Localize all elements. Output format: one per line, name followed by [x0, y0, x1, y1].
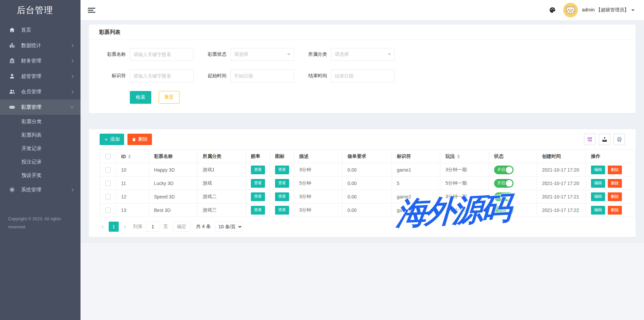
row-delete-button[interactable]: 删除: [608, 192, 622, 201]
view-odds-button[interactable]: 查看: [251, 179, 265, 188]
page-unit-label: 页: [163, 224, 168, 230]
cell-created: 2021-10-17 17:22: [537, 203, 586, 217]
cell-id: 13: [116, 203, 149, 217]
next-page-button[interactable]: ›: [122, 223, 128, 230]
table-row: 13 Best 3D 游戏三 查看 查看 3分钟 0.00 game3 3分钟一…: [100, 203, 635, 217]
cell-id: 10: [116, 163, 149, 177]
chevron-down-icon: [631, 9, 635, 11]
lottery-submenu: 彩票分类 彩票列表 开奖记录 投注记录 预设开奖: [0, 115, 80, 182]
goto-confirm-button[interactable]: 确定: [173, 222, 191, 232]
status-toggle[interactable]: 开启: [494, 206, 514, 215]
sidebar-menu: 首页 数据统计 财务管理 超管管理 会: [0, 22, 80, 197]
row-checkbox[interactable]: [105, 194, 111, 199]
sidebar-subitem-bet-records[interactable]: 投注记录: [0, 155, 80, 169]
row-checkbox[interactable]: [105, 208, 111, 213]
row-checkbox[interactable]: [105, 167, 111, 173]
content: 彩票列表 彩票名称 彩票状态 请选择 所属分类: [80, 20, 644, 242]
end-time-label: 结束时间: [300, 73, 327, 79]
sidebar-item-label: 系统管理: [21, 187, 71, 193]
sidebar-subitem-preset-draw[interactable]: 预设开奖: [0, 169, 80, 182]
delete-button[interactable]: 删除: [127, 134, 152, 145]
edit-button[interactable]: 编辑: [591, 206, 605, 215]
sidebar-item-finance[interactable]: 财务管理: [0, 53, 80, 68]
select-all-checkbox[interactable]: [105, 154, 111, 159]
col-odds: 赔率: [246, 150, 270, 163]
gamepad-icon: [9, 104, 15, 110]
cell-name: Happy 3D: [149, 163, 198, 177]
sidebar-item-statistics[interactable]: 数据统计: [0, 38, 80, 53]
filter-columns-button[interactable]: [584, 134, 595, 145]
col-name: 彩票名称: [149, 150, 198, 163]
reset-button[interactable]: 重置: [159, 91, 179, 104]
category-label: 所属分类: [300, 51, 327, 57]
search-button[interactable]: 检索: [130, 91, 151, 104]
sidebar-subitem-lottery-list[interactable]: 彩票列表: [0, 128, 80, 142]
columns-icon: [587, 137, 593, 142]
app-title: 后台管理: [0, 0, 80, 20]
view-icon-button[interactable]: 查看: [275, 192, 289, 201]
cell-desc: 5分钟: [294, 177, 342, 190]
identifier-input[interactable]: [130, 70, 194, 82]
cell-id: 11: [116, 177, 149, 190]
col-id[interactable]: ID: [116, 150, 149, 163]
end-date-input[interactable]: [331, 70, 395, 82]
export-button[interactable]: [599, 134, 610, 145]
lottery-name-input[interactable]: [130, 48, 194, 61]
view-odds-button[interactable]: 查看: [251, 206, 265, 215]
view-odds-button[interactable]: 查看: [251, 166, 265, 174]
status-toggle[interactable]: 开启: [494, 166, 514, 174]
sidebar-item-superadmin[interactable]: 超管管理: [0, 68, 80, 84]
cell-category: 游戏1: [198, 163, 246, 177]
status-toggle[interactable]: 开启: [494, 179, 514, 188]
avatar[interactable]: [563, 3, 578, 17]
status-toggle[interactable]: 开启: [494, 192, 514, 201]
cell-created: 2021-10-17 17:20: [537, 163, 586, 177]
sidebar-item-label: 数据统计: [21, 42, 71, 49]
print-button[interactable]: [613, 134, 625, 145]
view-icon-button[interactable]: 查看: [275, 206, 289, 215]
current-page[interactable]: 1: [109, 222, 119, 232]
cell-created: 2021-10-17 17:20: [537, 177, 586, 190]
start-date-input[interactable]: [230, 70, 294, 82]
sidebar-item-members[interactable]: 会员管理: [0, 84, 80, 99]
category-select[interactable]: 请选择: [331, 48, 395, 61]
col-play[interactable]: 玩法: [440, 150, 489, 163]
user-menu[interactable]: admin 【超级管理员】: [582, 7, 635, 13]
sidebar: 后台管理 首页 数据统计 财务管理 超管管理: [0, 0, 80, 320]
view-odds-button[interactable]: 查看: [251, 192, 265, 201]
table-row: 10 Happy 3D 游戏1 查看 查看 3分钟 0.00 game1 3分钟…: [100, 163, 635, 177]
page-size-select[interactable]: 10 条/页: [215, 222, 243, 232]
row-delete-button[interactable]: 删除: [608, 166, 622, 174]
goto-label: 到第: [133, 224, 143, 230]
edit-button[interactable]: 编辑: [591, 179, 605, 188]
collapse-sidebar-icon[interactable]: [88, 7, 96, 14]
chevron-right-icon: [70, 188, 74, 191]
sidebar-item-label: 超管管理: [21, 73, 71, 80]
username-text: admin 【超级管理员】: [582, 7, 629, 13]
add-button[interactable]: 添加: [100, 134, 124, 145]
view-icon-button[interactable]: 查看: [275, 166, 289, 174]
sidebar-item-system[interactable]: 系统管理: [0, 182, 80, 197]
goto-page-input[interactable]: [146, 222, 160, 232]
edit-button[interactable]: 编辑: [591, 166, 605, 174]
row-delete-button[interactable]: 删除: [608, 179, 622, 188]
edit-button[interactable]: 编辑: [591, 192, 605, 201]
row-delete-button[interactable]: 删除: [608, 206, 622, 215]
home-icon: [9, 27, 15, 33]
sidebar-subitem-draw-records[interactable]: 开奖记录: [0, 142, 80, 155]
cell-id: 12: [116, 190, 149, 203]
view-icon-button[interactable]: 查看: [275, 179, 289, 188]
total-count: 共 4 条: [196, 224, 211, 230]
sidebar-subitem-lottery-category[interactable]: 彩票分类: [0, 115, 80, 128]
sidebar-item-lottery[interactable]: 彩票管理: [0, 99, 80, 115]
col-status: 状态: [489, 150, 537, 163]
select-placeholder: 请选择: [335, 51, 349, 57]
prev-page-button[interactable]: ‹: [100, 223, 105, 230]
lottery-status-select[interactable]: 请选择: [230, 48, 294, 61]
sidebar-item-home[interactable]: 首页: [0, 22, 80, 38]
cell-play: 3分钟一期: [440, 163, 489, 177]
theme-palette-icon[interactable]: [549, 7, 556, 13]
print-icon: [616, 137, 622, 142]
row-checkbox[interactable]: [105, 181, 111, 186]
select-placeholder: 请选择: [234, 51, 248, 57]
